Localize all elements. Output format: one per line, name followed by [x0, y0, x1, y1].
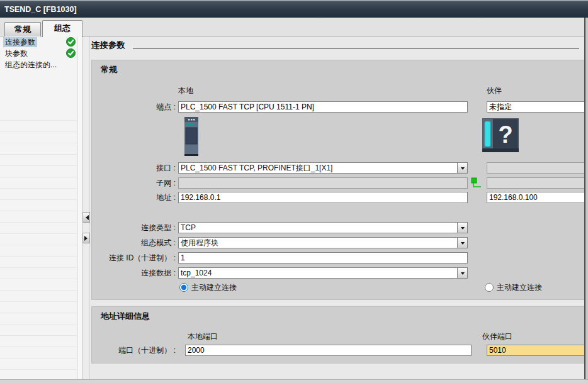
expand-right-icon[interactable]	[82, 233, 90, 243]
tab-general[interactable]: 常规	[4, 22, 41, 36]
dropdown-arrow-icon[interactable]	[457, 238, 467, 248]
navigation-sidebar: 连接参数 块参数 组态的连接的...	[0, 36, 77, 383]
status-ok-icon	[66, 48, 76, 58]
general-heading: 常规	[101, 64, 117, 75]
connection-id-label: 连接 ID（十进制） :	[92, 252, 176, 264]
collapse-left-icon[interactable]	[82, 212, 90, 223]
local-port-input[interactable]	[185, 345, 472, 356]
section-title-row: 连接参数	[91, 40, 579, 51]
endpoint-label: 端点 :	[92, 101, 176, 113]
subnet-local-field	[178, 177, 468, 189]
config-mode-label: 组态模式 :	[92, 237, 176, 248]
address-details-panel: 地址详细信息 本地端口 伙伴端口 端口（十进制） :	[91, 306, 585, 364]
connection-data-dropdown[interactable]: tcp_1024	[178, 267, 468, 279]
sidebar-empty-rows	[0, 109, 77, 383]
interface-local-dropdown[interactable]: PLC_1500 FAST TCP, PROFINET接口_1[X1]	[178, 162, 468, 174]
sidebar-item-label: 连接参数	[3, 37, 37, 47]
local-port-column-label: 本地端口	[188, 331, 218, 342]
config-mode-value: 使用程序块	[179, 238, 457, 248]
question-mark-glyph: ?	[498, 121, 512, 148]
address-details-heading: 地址详细信息	[101, 311, 150, 322]
address-local-input[interactable]	[178, 192, 468, 203]
connection-id-input[interactable]	[178, 252, 468, 264]
dropdown-arrow-icon[interactable]	[457, 268, 467, 278]
local-active-connection-radio-row: 主动建立连接	[179, 282, 237, 292]
page-title: 连接参数	[91, 40, 125, 51]
sidebar-item-label: 组态的连接的...	[3, 60, 59, 70]
partner-port-input[interactable]	[487, 345, 585, 356]
sidebar-item-connection-parameters[interactable]: 连接参数	[0, 36, 77, 48]
connection-type-dropdown[interactable]: TCP	[178, 222, 468, 233]
sidebar-item-block-parameters[interactable]: 块参数	[0, 48, 77, 59]
connection-data-label: 连接数据 :	[92, 267, 176, 279]
subnet-label: 子网 :	[92, 177, 176, 189]
partner-active-connection-label: 主动建立连接	[497, 282, 542, 293]
unknown-partner-device-image: ?	[482, 118, 519, 152]
bottom-window-edge	[0, 379, 588, 383]
dropdown-arrow-icon[interactable]	[457, 223, 467, 233]
sidebar-item-configured-connections[interactable]: 组态的连接的...	[0, 59, 77, 70]
interface-partner-field	[487, 162, 585, 174]
address-partner-input[interactable]	[487, 192, 585, 203]
connection-data-value: tcp_1024	[179, 268, 457, 278]
config-mode-dropdown[interactable]: 使用程序块	[178, 237, 468, 248]
partner-active-connection-radio[interactable]	[485, 283, 494, 292]
local-column-label: 本地	[178, 86, 193, 96]
status-ok-icon	[66, 37, 76, 47]
interface-local-value: PLC_1500 FAST TCP, PROFINET接口_1[X1]	[179, 163, 457, 173]
address-label: 地址 :	[92, 192, 176, 203]
local-plc-device-image	[184, 117, 198, 156]
general-panel: 常规 本地 伙伴 端点 : ? 接口 : PLC_15	[91, 60, 585, 300]
local-active-connection-radio[interactable]	[179, 283, 188, 292]
partner-column-label: 伙伴	[487, 86, 502, 96]
partner-port-column-label: 伙伴端口	[482, 331, 512, 342]
tsend-c-configuration-window: TSEND_C [FB1030] 常规 组态 连接参数 块参数 组态的连接的..…	[0, 0, 588, 383]
port-label: 端口（十进制） :	[92, 345, 176, 356]
endpoint-partner-input[interactable]	[487, 101, 585, 113]
window-title: TSEND_C [FB1030]	[0, 1, 588, 18]
local-active-connection-label: 主动建立连接	[191, 282, 237, 293]
interface-label: 接口 :	[92, 162, 176, 174]
tab-bar: 常规 组态	[0, 18, 588, 36]
endpoint-local-input[interactable]	[178, 101, 468, 113]
pane-splitter[interactable]	[83, 36, 90, 383]
sidebar-item-label: 块参数	[3, 48, 30, 58]
dropdown-arrow-icon[interactable]	[457, 163, 467, 173]
subnet-partner-field	[487, 177, 585, 189]
tab-configuration[interactable]: 组态	[42, 20, 82, 37]
sidebar-scrollbar[interactable]	[77, 36, 83, 383]
title-rule	[133, 48, 579, 49]
partner-active-connection-radio-row: 主动建立连接	[485, 282, 542, 292]
connection-type-value: TCP	[179, 223, 457, 233]
right-window-edge	[584, 18, 588, 383]
subnet-connector-icon	[471, 177, 482, 189]
connection-type-label: 连接类型 :	[92, 222, 176, 233]
